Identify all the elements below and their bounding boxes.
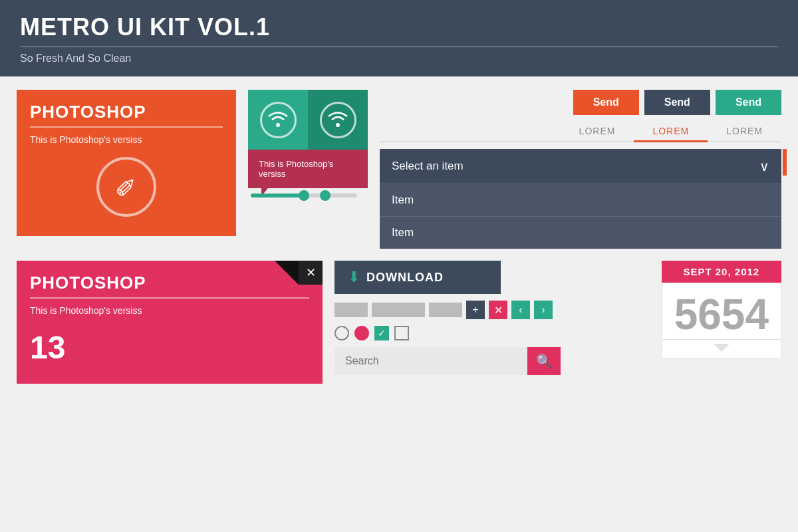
radio-unchecked[interactable]	[334, 326, 349, 340]
dropdown-placeholder: Select an item	[392, 160, 464, 173]
dropdown-item-2[interactable]: Item	[380, 216, 781, 249]
photoshop-card-bottom: ✕ PHOTOSHOP This is Photoshop's versiss …	[17, 261, 323, 384]
header-subtitle: So Fresh And So Clean	[20, 53, 778, 65]
close-icon: ✕	[306, 265, 316, 280]
rect-input-1[interactable]	[334, 303, 368, 317]
page-title: METRO UI KIT VOL.1	[20, 13, 778, 41]
ps-card-bottom-desc: This is Photoshop's versiss	[30, 305, 309, 316]
top-row: PHOTOSHOP This is Photoshop's versiss ✏	[17, 90, 781, 249]
radio-controls-row: ✓	[334, 326, 650, 340]
ps-card-bottom-title: PHOTOSHOP	[30, 273, 309, 293]
slider-thumb-1[interactable]	[299, 190, 309, 201]
radio-checked[interactable]	[354, 326, 369, 340]
close-button[interactable]: ✕	[299, 261, 323, 285]
tile-row-top	[248, 90, 368, 150]
svg-point-0	[276, 123, 280, 127]
search-icon: 🔍	[536, 353, 553, 369]
speech-bubble: This is Photoshop's versiss	[248, 150, 368, 188]
slider-track[interactable]	[251, 194, 357, 198]
wifi-svg-2	[325, 106, 351, 133]
rect-input-3[interactable]	[429, 303, 462, 317]
ps-card-bottom-divider	[30, 297, 309, 299]
tab-lorem-3[interactable]: LOREM	[708, 122, 781, 142]
slider-thumb-2[interactable]	[320, 190, 331, 201]
search-bar: 🔍	[334, 347, 561, 375]
header: METRO UI KIT VOL.1 So Fresh And So Clean	[0, 0, 798, 76]
form-controls-row: + ✕ ‹ ›	[334, 301, 650, 319]
ps-card-top-divider	[30, 126, 223, 128]
right-section: Send Send Send LOREM LOREM LOREM Select …	[380, 90, 781, 249]
svg-point-1	[336, 123, 340, 127]
send-button-red[interactable]: Send	[573, 90, 639, 115]
arrow-left-button[interactable]: ‹	[511, 301, 530, 319]
tabs-row: LOREM LOREM LOREM	[380, 122, 781, 142]
bottom-row: ✕ PHOTOSHOP This is Photoshop's versiss …	[17, 261, 781, 384]
date-arrow	[662, 340, 781, 359]
pencil-icon: ✏	[108, 168, 146, 206]
chevron-down-icon: ∨	[759, 158, 769, 174]
header-divider	[20, 47, 778, 47]
photoshop-card-top: PHOTOSHOP This is Photoshop's versiss ✏	[17, 90, 236, 236]
tab-lorem-1[interactable]: LOREM	[561, 122, 634, 142]
checkbox-checked[interactable]: ✓	[374, 326, 389, 340]
date-number: 5654	[662, 283, 781, 340]
date-section: SEPT 20, 2012 5654	[662, 261, 781, 359]
download-section: ⬇ DOWNLOAD + ✕ ‹ › ✓ 🔍	[334, 261, 650, 375]
ps-card-number: 13	[30, 329, 309, 366]
download-button[interactable]: ⬇ DOWNLOAD	[334, 261, 501, 294]
triangle-decoration	[275, 261, 299, 285]
date-badge: SEPT 20, 2012	[662, 261, 781, 283]
search-input[interactable]	[334, 347, 527, 375]
tiles-column: This is Photoshop's versiss	[248, 90, 368, 203]
send-button-teal[interactable]: Send	[716, 90, 781, 115]
checkbox-unchecked[interactable]	[394, 326, 409, 340]
tile-teal-1[interactable]	[248, 90, 308, 150]
times-button[interactable]: ✕	[489, 301, 507, 319]
ps-card-top-desc: This is Photoshop's versiss	[30, 134, 223, 145]
rect-input-2[interactable]	[372, 303, 425, 317]
ps-card-top-title: PHOTOSHOP	[30, 102, 223, 122]
signal-icon-1	[260, 102, 297, 138]
tile-teal-2[interactable]	[308, 90, 368, 150]
arrow-right-button[interactable]: ›	[534, 301, 553, 319]
ps-icon-circle: ✏	[96, 157, 156, 217]
arrow-down-icon	[714, 344, 730, 352]
download-label: DOWNLOAD	[366, 271, 444, 285]
dropdown-item-1[interactable]: Item	[380, 184, 781, 216]
wifi-svg-1	[265, 106, 291, 133]
dropdown-container: Select an item ∨ Item Item	[380, 149, 781, 249]
dropdown-header[interactable]: Select an item ∨	[380, 149, 781, 184]
scrollbar-indicator	[783, 149, 787, 176]
search-button[interactable]: 🔍	[527, 347, 561, 375]
plus-button[interactable]: +	[466, 301, 485, 319]
buttons-row: Send Send Send	[380, 90, 781, 115]
main-content: PHOTOSHOP This is Photoshop's versiss ✏	[0, 76, 798, 397]
signal-icon-2	[320, 102, 356, 138]
send-button-gray[interactable]: Send	[644, 90, 710, 115]
tab-lorem-2-active[interactable]: LOREM	[634, 122, 708, 142]
download-icon: ⬇	[348, 269, 360, 286]
